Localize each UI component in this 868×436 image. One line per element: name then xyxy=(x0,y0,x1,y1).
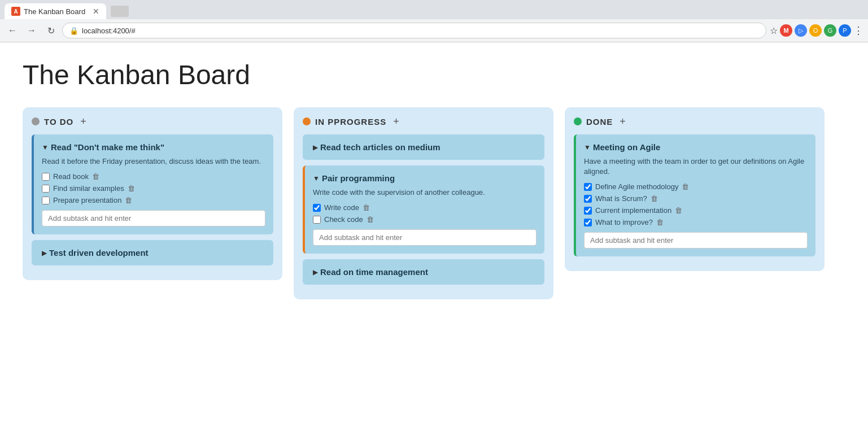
card-test-driven[interactable]: ▶Test driven development xyxy=(32,240,273,265)
tab-title: The Kanban Board xyxy=(24,7,85,16)
column-header-todo: TO DO+ xyxy=(32,116,273,127)
column-in-progress: IN PPROGRESS+▶Read tech articles on medi… xyxy=(294,107,553,299)
card-arrow-read-tech: ▶ xyxy=(313,143,318,151)
nav-bar: ← → ↻ 🔒 localhost:4200/# ☆ M ▷ O G P ⋮ xyxy=(0,19,868,42)
subtask-label-pair-programming-0: Write code xyxy=(324,203,359,212)
subtask-item: Find similar examples🗑 xyxy=(42,184,265,193)
subtask-delete-button-read-dont-make-0[interactable]: 🗑 xyxy=(92,172,99,181)
card-title-row-read-tech: ▶Read tech articles on medium xyxy=(313,142,536,152)
forward-button[interactable]: → xyxy=(24,23,40,38)
column-title-todo: TO DO xyxy=(44,117,73,127)
tab-close-button[interactable]: ✕ xyxy=(93,7,99,16)
address-bar[interactable]: 🔒 localhost:4200/# xyxy=(62,23,766,38)
add-subtask-input-read-dont-make[interactable] xyxy=(42,210,265,226)
subtask-checkbox-pair-programming-1[interactable] xyxy=(313,216,321,224)
subtask-delete-button-read-dont-make-1[interactable]: 🗑 xyxy=(128,184,135,193)
profile-icon[interactable]: P xyxy=(839,24,851,37)
card-title-row-read-dont-make: ▼Read "Don't make me think" xyxy=(42,142,265,152)
subtask-delete-button-pair-programming-0[interactable]: 🗑 xyxy=(363,203,370,212)
subtask-label-meeting-agile-0: Define Agile methodology xyxy=(595,182,678,191)
subtask-checkbox-meeting-agile-3[interactable] xyxy=(584,219,592,226)
subtask-item: Read book🗑 xyxy=(42,172,265,181)
subtask-label-meeting-agile-1: What is Scrum? xyxy=(595,194,647,203)
subtask-delete-button-pair-programming-1[interactable]: 🗑 xyxy=(367,215,374,224)
card-arrow-meeting-agile: ▼ xyxy=(584,143,591,151)
card-title-row-meeting-agile: ▼Meeting on Agile xyxy=(584,142,808,152)
card-arrow-test-driven: ▶ xyxy=(42,249,47,257)
address-text: localhost:4200/# xyxy=(82,27,136,35)
column-add-button-in-progress[interactable]: + xyxy=(393,116,399,127)
subtask-list-pair-programming: Write code🗑Check code🗑 xyxy=(313,203,536,224)
browser-chrome: A The Kanban Board ✕ ← → ↻ 🔒 localhost:4… xyxy=(0,0,868,42)
subtask-item: What is Scrum?🗑 xyxy=(584,194,808,203)
column-dot-done xyxy=(574,117,582,125)
card-read-dont-make: ▼Read "Don't make me think"Read it befor… xyxy=(32,134,273,234)
subtask-checkbox-read-dont-make-2[interactable] xyxy=(42,197,50,204)
column-done: DONE+▼Meeting on AgileHave a meeting wit… xyxy=(565,107,825,271)
page-title: The Kanban Board xyxy=(23,59,845,90)
card-title-row-test-driven: ▶Test driven development xyxy=(42,248,265,258)
subtask-label-pair-programming-1: Check code xyxy=(324,215,363,224)
back-button[interactable]: ← xyxy=(5,23,20,38)
browser-nav-icons: ☆ M ▷ O G P ⋮ xyxy=(770,24,863,37)
subtask-item: Current implementation🗑 xyxy=(584,206,808,215)
subtask-label-meeting-agile-2: Current implementation xyxy=(595,206,671,215)
column-header-done: DONE+ xyxy=(574,116,815,127)
column-header-in-progress: IN PPROGRESS+ xyxy=(303,116,544,127)
card-title-text-read-tech: Read tech articles on medium xyxy=(320,142,440,152)
tab-favicon: A xyxy=(11,7,20,16)
subtask-label-meeting-agile-3: What to improve? xyxy=(595,218,653,226)
column-dot-in-progress xyxy=(303,117,311,125)
card-arrow-read-time: ▶ xyxy=(313,268,318,276)
card-title-text-read-dont-make: Read "Don't make me think" xyxy=(51,142,164,152)
subtask-delete-button-meeting-agile-1[interactable]: 🗑 xyxy=(651,194,658,203)
subtask-checkbox-pair-programming-0[interactable] xyxy=(313,204,321,212)
card-arrow-read-dont-make: ▼ xyxy=(42,143,49,151)
card-arrow-pair-programming: ▼ xyxy=(313,175,320,182)
subtask-delete-button-meeting-agile-0[interactable]: 🗑 xyxy=(682,182,689,191)
subtask-checkbox-meeting-agile-2[interactable] xyxy=(584,207,592,215)
subtask-label-read-dont-make-1: Find similar examples xyxy=(53,184,124,193)
new-tab-area xyxy=(111,6,129,17)
column-title-in-progress: IN PPROGRESS xyxy=(315,117,386,127)
card-description-meeting-agile: Have a meeting with the team in order to… xyxy=(584,156,808,177)
column-title-done: DONE xyxy=(586,117,613,127)
card-title-text-test-driven: Test driven development xyxy=(49,248,149,258)
column-todo: TO DO+▼Read "Don't make me think"Read it… xyxy=(23,107,282,280)
subtask-checkbox-read-dont-make-1[interactable] xyxy=(42,185,50,193)
chrome-icon[interactable]: G xyxy=(824,24,836,37)
card-title-text-read-time: Read on time management xyxy=(320,267,428,277)
card-read-time[interactable]: ▶Read on time management xyxy=(303,259,544,285)
subtask-delete-button-meeting-agile-3[interactable]: 🗑 xyxy=(656,218,664,226)
subtask-checkbox-meeting-agile-1[interactable] xyxy=(584,195,592,203)
bookmark-icon[interactable]: ☆ xyxy=(770,25,778,36)
subtask-label-read-dont-make-0: Read book xyxy=(53,172,89,181)
subtask-delete-button-meeting-agile-2[interactable]: 🗑 xyxy=(675,206,682,215)
subtask-item: Prepare presentation🗑 xyxy=(42,196,265,204)
card-description-pair-programming: Write code with the supervision of anoth… xyxy=(313,188,536,198)
subtask-item: What to improve?🗑 xyxy=(584,218,808,226)
add-subtask-input-pair-programming[interactable] xyxy=(313,229,536,246)
card-title-text-meeting-agile: Meeting on Agile xyxy=(593,142,660,152)
app-content: The Kanban Board TO DO+▼Read "Don't make… xyxy=(0,42,868,316)
opera-icon[interactable]: O xyxy=(809,24,822,37)
subtask-list-read-dont-make: Read book🗑Find similar examples🗑Prepare … xyxy=(42,172,265,204)
subtask-label-read-dont-make-2: Prepare presentation xyxy=(53,196,121,204)
column-add-button-todo[interactable]: + xyxy=(80,116,86,127)
subtask-checkbox-read-dont-make-0[interactable] xyxy=(42,173,50,181)
refresh-button[interactable]: ↻ xyxy=(43,23,59,38)
subtask-checkbox-meeting-agile-0[interactable] xyxy=(584,183,592,191)
cast-icon[interactable]: ▷ xyxy=(795,24,807,37)
kanban-board: TO DO+▼Read "Don't make me think"Read it… xyxy=(23,107,845,299)
card-title-row-pair-programming: ▼Pair programming xyxy=(313,173,536,183)
card-title-row-read-time: ▶Read on time management xyxy=(313,267,536,277)
subtask-delete-button-read-dont-make-2[interactable]: 🗑 xyxy=(125,196,132,204)
gmail-icon[interactable]: M xyxy=(780,24,792,37)
column-add-button-done[interactable]: + xyxy=(620,116,626,127)
menu-icon[interactable]: ⋮ xyxy=(853,24,863,37)
tab-bar: A The Kanban Board ✕ xyxy=(0,0,868,19)
card-description-read-dont-make: Read it before the Friday presentation, … xyxy=(42,156,265,167)
add-subtask-input-meeting-agile[interactable] xyxy=(584,232,808,248)
card-read-tech[interactable]: ▶Read tech articles on medium xyxy=(303,134,544,160)
active-tab[interactable]: A The Kanban Board ✕ xyxy=(5,3,106,19)
